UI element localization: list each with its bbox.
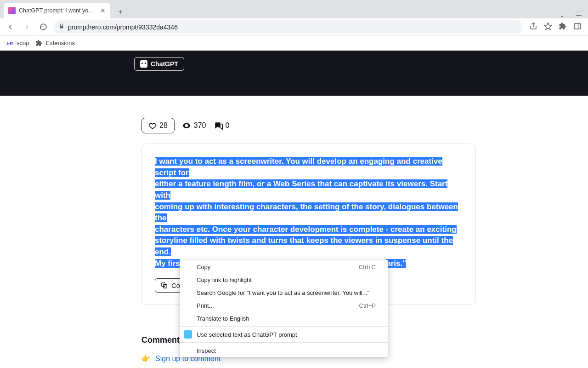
net-icon: .NET <box>6 40 14 47</box>
address-bar[interactable]: prompthero.com/prompt/93332da4346 <box>53 20 523 34</box>
chatgpt-tag[interactable]: ChatGPT <box>134 57 184 71</box>
cm-inspect[interactable]: Inspect <box>180 344 388 357</box>
svg-text:.NET: .NET <box>6 41 13 45</box>
context-menu: Copy Ctrl+C Copy link to highlight Searc… <box>180 260 388 357</box>
puzzle-icon <box>35 40 43 47</box>
url-text: prompthero.com/prompt/93332da4346 <box>68 23 517 31</box>
cm-search-google[interactable]: Search Google for "I want you to act as … <box>180 286 388 299</box>
comments-stat: 0 <box>214 121 230 130</box>
window-dropdown-icon[interactable]: ⌄ <box>560 12 565 18</box>
lock-icon <box>59 23 64 30</box>
cm-label: Translate to English <box>197 315 249 322</box>
svg-marker-0 <box>545 23 552 29</box>
prompt-line: either a feature length film, or a Web S… <box>155 179 447 200</box>
robot-icon <box>140 60 147 68</box>
cm-copy-link-highlight[interactable]: Copy link to highlight <box>180 273 388 286</box>
tab-strip: ChatGPT prompt: I want you to a ✕ + ⌄ — <box>0 0 588 18</box>
prompt-line: I want you to act as a screenwriter. You… <box>155 157 442 177</box>
tab-title: ChatGPT prompt: I want you to a <box>19 7 97 14</box>
cm-translate[interactable]: Translate to English <box>180 312 388 325</box>
chatgpt-ext-icon <box>184 330 192 339</box>
window-minimize-icon[interactable]: — <box>576 12 582 18</box>
prompt-line: storyline filled with twists and turns t… <box>155 236 453 256</box>
views-count: 370 <box>194 121 206 130</box>
cm-shortcut: Ctrl+P <box>359 302 376 309</box>
browser-chrome: ChatGPT prompt: I want you to a ✕ + ⌄ — … <box>0 0 588 51</box>
new-tab-button[interactable]: + <box>114 6 127 18</box>
cm-print[interactable]: Print... Ctrl+P <box>180 299 388 312</box>
cm-use-selected-chatgpt[interactable]: Use selected text as ChatGPT prompt <box>180 328 388 341</box>
bookmark-bar: .NET scop Extensions <box>0 36 588 51</box>
like-button[interactable]: 28 <box>141 118 175 133</box>
cm-copy[interactable]: Copy Ctrl+C <box>180 260 388 273</box>
stats-row: 28 370 0 <box>141 118 481 133</box>
reload-button[interactable] <box>37 21 50 34</box>
close-icon[interactable]: ✕ <box>100 7 106 14</box>
cm-label: Copy <box>197 264 210 270</box>
window-controls: ⌄ — <box>560 12 588 18</box>
comments-count: 0 <box>226 121 230 130</box>
cm-label: Inspect <box>197 347 216 354</box>
page: ChatGPT 28 370 0 I want you to act as a … <box>0 51 588 363</box>
share-icon[interactable] <box>529 22 537 32</box>
cm-separator <box>180 342 388 343</box>
sidepanel-icon[interactable] <box>573 22 582 32</box>
cm-label: Use selected text as ChatGPT prompt <box>197 331 297 338</box>
prompt-line: characters etc. Once your character deve… <box>155 225 457 234</box>
toolbar: prompthero.com/prompt/93332da4346 <box>0 18 588 36</box>
browser-tab[interactable]: ChatGPT prompt: I want you to a ✕ <box>4 3 110 18</box>
prompt-line: My firs <box>155 259 180 268</box>
copy-label: Co <box>171 282 180 289</box>
toolbar-right <box>526 22 584 32</box>
star-icon[interactable] <box>544 22 552 32</box>
cm-label: Print... <box>197 302 214 309</box>
pointing-hand-icon: 👉 <box>141 354 151 363</box>
chatgpt-label: ChatGPT <box>151 60 178 68</box>
favicon <box>8 7 16 14</box>
dark-header: ChatGPT <box>0 51 588 96</box>
bookmark-extensions[interactable]: Extensions <box>35 40 75 47</box>
bookmark-label: scop <box>17 40 29 46</box>
prompt-line: aris." <box>386 259 406 268</box>
forward-button[interactable] <box>20 21 33 34</box>
bookmark-label: Extensions <box>45 40 75 46</box>
views-stat: 370 <box>182 121 206 130</box>
cm-label: Copy link to highlight <box>197 276 252 283</box>
cm-label: Search Google for "I want you to act as … <box>197 289 369 296</box>
extensions-icon[interactable] <box>559 22 567 32</box>
svg-rect-1 <box>574 23 581 29</box>
prompt-text[interactable]: I want you to act as a screenwriter. You… <box>155 156 463 269</box>
prompt-line: coming up with interesting characters, t… <box>155 202 458 223</box>
cm-separator <box>180 326 388 327</box>
bookmark-scop[interactable]: .NET scop <box>6 40 29 47</box>
back-button[interactable] <box>4 21 17 34</box>
likes-count: 28 <box>159 121 168 130</box>
cm-shortcut: Ctrl+C <box>359 264 376 270</box>
